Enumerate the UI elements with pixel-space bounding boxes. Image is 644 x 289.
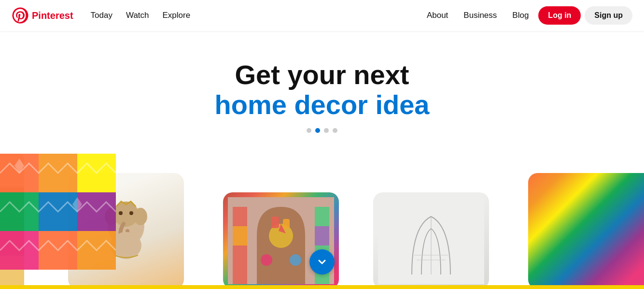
minimal-illustration <box>378 197 484 284</box>
svg-point-18 <box>290 254 301 266</box>
hero-section: Get your next home decor idea <box>0 31 644 289</box>
svg-point-5 <box>119 211 123 215</box>
navbar: Pinterest Today Watch Explore About Busi… <box>0 0 644 31</box>
hero-title-line1: Get your next <box>214 60 429 90</box>
pinterest-wordmark: Pinterest <box>32 10 73 21</box>
svg-rect-12 <box>315 226 329 246</box>
dot-2[interactable] <box>315 128 320 133</box>
card-minimal-inner <box>373 192 489 289</box>
card-textiles-inner <box>528 173 644 289</box>
signup-button[interactable]: Sign up <box>585 6 632 25</box>
card-colorful-inner <box>223 192 339 289</box>
card-colorful-decor[interactable] <box>223 192 339 289</box>
nav-today[interactable]: Today <box>85 7 118 24</box>
pinterest-logo[interactable]: Pinterest <box>12 7 73 24</box>
dot-3[interactable] <box>324 128 329 133</box>
svg-rect-15 <box>271 217 279 228</box>
nav-explore[interactable]: Explore <box>157 7 196 24</box>
nav-business[interactable]: Business <box>458 7 503 24</box>
navbar-right: About Business Blog Log in Sign up <box>421 6 632 25</box>
svg-rect-10 <box>233 226 247 246</box>
nav-watch[interactable]: Watch <box>120 7 155 24</box>
carousel-dots <box>307 128 337 133</box>
scroll-down-button[interactable] <box>309 249 335 275</box>
svg-point-17 <box>261 254 272 266</box>
chevron-down-icon <box>316 256 328 268</box>
hero-title-line2: home decor idea <box>214 90 429 120</box>
card-textiles[interactable] <box>528 173 644 289</box>
nav-links-left: Today Watch Explore <box>85 7 196 24</box>
dot-4[interactable] <box>333 128 337 133</box>
svg-point-4 <box>134 208 147 225</box>
navbar-left: Pinterest Today Watch Explore <box>12 7 196 24</box>
svg-rect-16 <box>283 219 290 229</box>
pinterest-icon <box>12 7 29 24</box>
dot-1[interactable] <box>307 128 311 133</box>
cards-row <box>0 154 644 289</box>
hero-text: Get your next home decor idea <box>214 60 429 119</box>
nav-about[interactable]: About <box>421 7 454 24</box>
login-button[interactable]: Log in <box>538 6 581 25</box>
bottom-strip <box>0 285 644 289</box>
svg-point-6 <box>129 211 133 215</box>
nav-blog[interactable]: Blog <box>506 7 534 24</box>
card-minimal[interactable] <box>373 192 489 289</box>
